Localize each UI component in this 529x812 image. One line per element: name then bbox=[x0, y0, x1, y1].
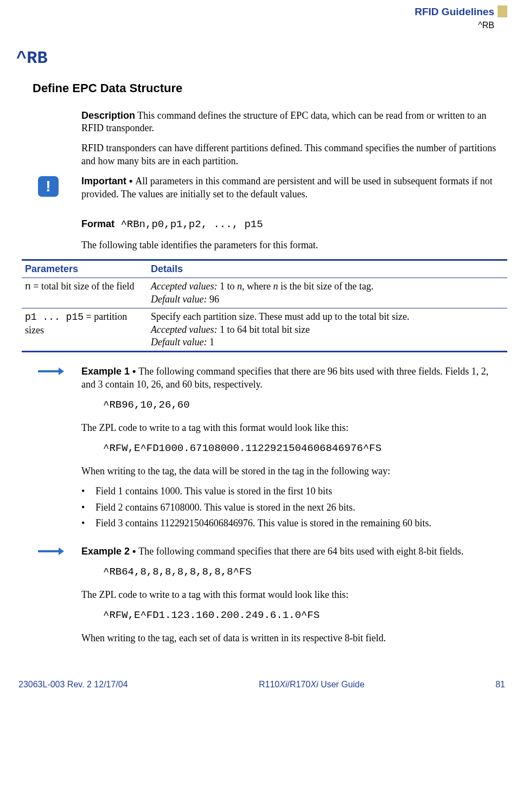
param-code: n bbox=[25, 281, 31, 292]
format-intro: The following table identifies the param… bbox=[81, 239, 496, 252]
page-footer: 23063L-003 Rev. 2 12/17/04 R110Xi/R170Xi… bbox=[16, 679, 507, 691]
example-1: Example 1 • The following command specif… bbox=[81, 365, 496, 540]
description-text: This command defines the structure of EP… bbox=[81, 110, 487, 133]
detail-cell: Specify each partition size. These must … bbox=[148, 308, 507, 352]
field-list: Field 1 contains 1000. This value is sto… bbox=[81, 485, 496, 530]
default-label: Default value: bbox=[151, 294, 207, 305]
header-command-code: ^RB bbox=[16, 20, 494, 31]
example-label: Example 1 • bbox=[81, 366, 138, 377]
detail-cell: Accepted values: 1 to n, where n is the … bbox=[148, 278, 507, 308]
list-item: Field 2 contains 67108000. This value is… bbox=[81, 501, 496, 514]
example-para: When writing to the tag, each set of dat… bbox=[81, 632, 463, 645]
param-code: p1 ... p15 bbox=[25, 312, 84, 323]
list-item: Field 3 contains 1122921504606846976. Th… bbox=[81, 517, 496, 530]
param-cell: n = total bit size of the field bbox=[22, 278, 148, 308]
important-text: All parameters in this command are persi… bbox=[81, 176, 493, 199]
header-accent-bar bbox=[498, 5, 507, 17]
default-label: Default value: bbox=[151, 337, 207, 347]
example-text: The following command specifies that the… bbox=[81, 366, 488, 389]
parameters-table: Parameters Details n = total bit size of… bbox=[22, 259, 507, 352]
format-label: Format bbox=[81, 218, 114, 229]
param-cell: p1 ... p15 = partition sizes bbox=[22, 308, 148, 352]
svg-marker-1 bbox=[59, 368, 64, 375]
arrow-right-icon bbox=[38, 547, 64, 555]
arrow-right-icon bbox=[38, 368, 64, 375]
example-para: The ZPL code to write to a tag with this… bbox=[81, 589, 463, 601]
accepted-label: Accepted values: bbox=[151, 281, 217, 292]
example-text: The following command specifies that the… bbox=[138, 546, 463, 557]
table-header-parameters: Parameters bbox=[22, 260, 148, 278]
important-icon: ! bbox=[38, 176, 59, 197]
code-block: ^RB64,8,8,8,8,8,8,8,8^FS bbox=[103, 565, 463, 579]
description-paragraph-2: RFID transponders can have different par… bbox=[81, 142, 496, 167]
example-label: Example 2 • bbox=[81, 546, 138, 557]
table-header-details: Details bbox=[148, 260, 507, 278]
description-label: Description bbox=[81, 110, 135, 121]
svg-marker-3 bbox=[59, 547, 64, 555]
header-guide-title: RFID Guidelines bbox=[415, 5, 494, 19]
example-2: Example 2 • The following command specif… bbox=[81, 545, 463, 653]
command-subtitle: Define EPC Data Structure bbox=[33, 81, 507, 96]
footer-center: R110Xi/R170Xi User Guide bbox=[259, 679, 365, 691]
list-item: Field 1 contains 1000. This value is sto… bbox=[81, 485, 496, 498]
example-para: When writing to the tag, the data will b… bbox=[81, 465, 496, 478]
accepted-label: Accepted values: bbox=[151, 324, 217, 335]
code-block: ^RB96,10,26,60 bbox=[103, 398, 496, 412]
format-code: ^RBn,p0,p1,p2, ..., p15 bbox=[114, 218, 263, 230]
important-note: Important • All parameters in this comma… bbox=[81, 175, 496, 208]
table-row: n = total bit size of the field Accepted… bbox=[22, 278, 507, 308]
example-para: The ZPL code to write to a tag with this… bbox=[81, 422, 496, 434]
footer-left: 23063L-003 Rev. 2 12/17/04 bbox=[18, 679, 128, 691]
footer-page-number: 81 bbox=[495, 679, 505, 691]
important-label: Important • bbox=[81, 176, 135, 186]
code-block: ^RFW,E^FD1000.67108000.11229215046068469… bbox=[103, 442, 496, 455]
page-header: RFID Guidelines ^RB bbox=[16, 5, 507, 31]
command-title: ^RB bbox=[16, 47, 507, 70]
table-row: p1 ... p15 = partition sizes Specify eac… bbox=[22, 308, 507, 352]
param-desc: = total bit size of the field bbox=[31, 281, 135, 292]
description-paragraph: Description This command defines the str… bbox=[81, 109, 496, 135]
code-block: ^RFW,E^FD1.123.160.200.249.6.1.0^FS bbox=[103, 609, 463, 622]
format-line: Format ^RBn,p0,p1,p2, ..., p15 bbox=[81, 218, 496, 231]
